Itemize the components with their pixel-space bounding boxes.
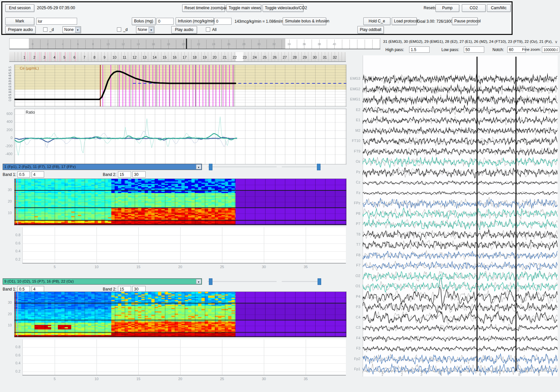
channel-selector-occipital[interactable]: 9 (O1), 10 (O2), 15 (P7), 16 (P8), 22 (O… [3,278,202,285]
audio-select-2[interactable]: None▼ [136,26,154,33]
band2-high-input[interactable] [132,171,146,178]
power-y-tick-label: 0.4 [12,361,20,365]
eeg-channel-label: T8 [339,232,360,236]
slider-track[interactable] [208,166,277,167]
timeline-minute-ruler[interactable] [9,52,346,62]
slider-handle[interactable] [209,278,212,285]
play-audio-button[interactable]: Play audio [171,26,197,34]
band-power-plot-occipital[interactable] [22,339,346,376]
power-x-tick-label: 30 [261,265,267,269]
eeg-channel-label: E1 [339,118,360,122]
power-x-tick-label: 25 [219,265,225,269]
eeg-channel-label: Fp2 [339,357,360,361]
dropdown-arrow-icon[interactable]: ▼ [196,164,201,169]
channel-selector-frontal-value: 1 (Fp1), 2 (Fp2), 11 (F7), 12 (F8), 17 (… [4,165,76,169]
audio-select-1[interactable]: None▼ [63,26,81,33]
mark-input[interactable] [36,18,77,25]
slider-track[interactable] [282,281,321,282]
slider-handle[interactable] [318,278,321,285]
band2-label: Band 2: [103,172,116,177]
slider-track[interactable] [208,281,277,282]
reset-co2-button[interactable]: CO2 [462,4,486,12]
end-session-button[interactable]: End session [5,4,34,12]
fine-zoom-label: Fine zoom: [522,47,541,51]
session-datetime: 2025-05-29 07:35:00 [37,6,75,10]
bolus-label: Bolus (mg) [132,17,155,25]
eeg-montage-selector[interactable]: 31 (EMG3), 30 (EMG2), 29 (EMG1), 28 (E2)… [383,40,553,43]
spectrogram-occipital[interactable] [14,292,347,337]
play-oddball-button[interactable]: Play oddball [357,26,384,34]
prepare-audio-button[interactable]: Prepare audio [5,26,36,34]
simulate-bolus-infusion-button[interactable]: Simulate bolus & infusion [283,17,326,25]
reset-cam-mic-button[interactable]: Cam/Mic [487,4,511,12]
ratio-y-tick-label: -200 [1,144,13,148]
power-y-tick-label: 0.8 [12,233,20,237]
band1-low-input[interactable] [17,171,30,178]
ce-concentration-plot[interactable] [14,65,347,107]
eeg-channel-label: P3 [339,305,360,309]
eeg-channel-label: F4 [339,336,360,340]
bolus-input[interactable] [156,18,174,25]
power-x-tick-label: 20 [177,377,183,381]
eeg-channel-label: F8 [339,253,360,257]
resets-label: Resets: [424,6,437,10]
toggle-main-views-button[interactable]: Toggle main views [226,4,261,12]
reset-pump-button[interactable]: Pump [435,4,459,12]
toggle-video-audio-co2-button[interactable]: Toggle video/audio/CO2 [263,4,303,12]
high-pass-input[interactable] [409,46,430,53]
power-x-tick-label: 20 [177,265,183,269]
eeg-channel-label: C4 [339,315,360,319]
low-pass-input[interactable] [464,46,484,53]
eeg-channel-label: Fp1 [339,367,360,371]
eeg-channel-label: EMG2 [339,87,360,91]
d-checkbox-1[interactable] [43,27,47,32]
power-x-tick-label: 10 [94,377,99,381]
timeline-overview-ruler[interactable] [9,38,380,49]
low-pass-label: Low pass: [441,47,459,52]
channel-selector-frontal[interactable]: 1 (Fp1), 2 (Fp2), 11 (F7), 12 (F8), 17 (… [3,164,202,170]
chevron-down-icon[interactable]: ∨ [555,40,558,44]
infusion-label: Infusion (mcg/kg/min) [176,17,214,25]
eeg-channel-label: EMG3 [339,76,360,80]
eeg-channel-label: P7 [339,222,360,226]
all-checkbox-label: All [212,27,216,32]
slider-handle[interactable] [209,164,212,170]
band2-label: Band 2: [103,287,116,292]
goal-status-text: Goal 3.00: 726/1800 [417,19,453,24]
infusion-input[interactable] [214,18,232,25]
dropdown-arrow-icon[interactable]: ▼ [196,279,201,284]
eeg-channel-label: M2 [339,128,360,132]
dropdown-arrow-icon[interactable]: ▼ [75,27,80,33]
high-pass-label: High pass: [385,47,404,52]
band2-low-input[interactable] [118,171,131,178]
hold-ce-button[interactable]: Hold C_e [363,17,390,25]
band-power-plot-frontal[interactable] [22,227,346,264]
all-checkbox[interactable] [206,27,210,32]
power-x-tick-label: 35 [303,265,309,269]
eeg-channel-label: O2 [339,274,360,278]
spectrogram-y-tick-label: 10 [5,323,12,327]
slider-handle[interactable] [317,164,321,170]
power-x-tick-label: 30 [261,377,267,381]
band1-label: Band 1: [3,287,16,292]
mark-button[interactable]: Mark [5,17,34,25]
ratio-y-tick-label: 200 [1,128,13,132]
fine-zoom-input[interactable] [542,46,559,53]
ce-plot-label: Ce (µg/mL) [20,66,39,70]
ratio-plot[interactable] [14,109,347,164]
eeg-channel-label: F7 [339,263,360,267]
load-protocol-button[interactable]: Load protocol [392,17,417,25]
eeg-trace-display[interactable] [363,55,558,377]
slider-track[interactable] [282,166,321,167]
power-x-tick-label: 5 [52,377,58,381]
dropdown-arrow-icon[interactable]: ▼ [149,27,154,33]
reset-timeline-button[interactable]: Reset timeline zoom/pan [182,4,225,12]
ratio-y-tick-label: -400 [1,152,13,156]
spectrogram-frontal[interactable] [14,179,347,225]
power-y-tick-label: 0.2 [12,257,20,261]
power-y-tick-label: 0.6 [12,241,20,245]
d-checkbox-2[interactable] [117,27,121,32]
band1-high-input[interactable] [32,171,44,178]
pause-protocol-button[interactable]: Pause protocol [452,17,478,25]
power-x-tick-label: 5 [52,265,58,269]
